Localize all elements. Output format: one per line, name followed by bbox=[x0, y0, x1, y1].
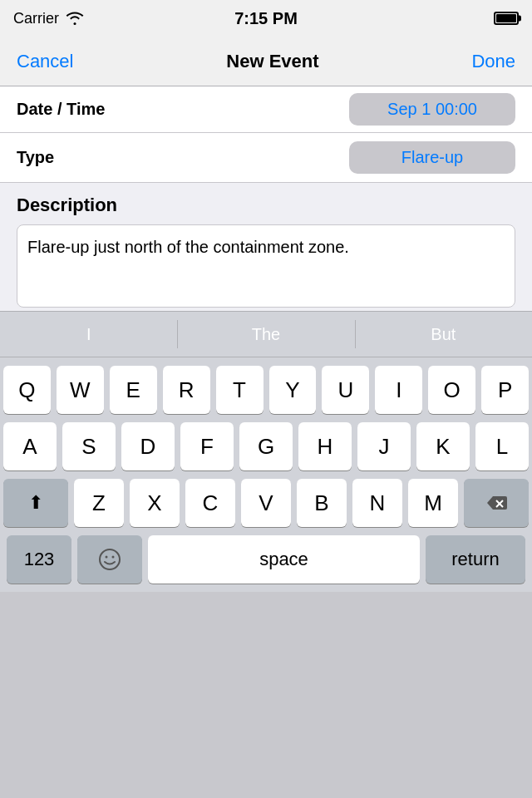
svg-point-4 bbox=[112, 556, 115, 559]
space-key[interactable]: space bbox=[148, 535, 420, 584]
shift-key[interactable]: ⬆ bbox=[3, 479, 68, 527]
keyboard-row-1: Q W E R T Y U I O P bbox=[3, 366, 529, 414]
autocomplete-item-3[interactable]: But bbox=[355, 312, 532, 357]
key-s[interactable]: S bbox=[62, 422, 116, 470]
key-z[interactable]: Z bbox=[74, 479, 124, 527]
key-w[interactable]: W bbox=[57, 366, 104, 414]
key-k[interactable]: K bbox=[416, 422, 470, 470]
key-o[interactable]: O bbox=[428, 366, 475, 414]
key-c[interactable]: C bbox=[185, 479, 235, 527]
description-textarea[interactable]: Flare-up just north of the containment z… bbox=[17, 224, 515, 308]
battery-area bbox=[494, 12, 519, 25]
carrier-wifi: Carrier bbox=[13, 10, 84, 27]
emoji-icon bbox=[98, 548, 121, 571]
type-label: Type bbox=[17, 148, 116, 167]
svg-point-3 bbox=[106, 556, 108, 559]
type-value-button[interactable]: Flare-up bbox=[349, 141, 515, 174]
key-n[interactable]: N bbox=[352, 479, 402, 527]
battery-fill bbox=[496, 14, 516, 22]
keyboard-row-3: ⬆ Z X C V B N M bbox=[3, 479, 529, 527]
key-d[interactable]: D bbox=[121, 422, 175, 470]
type-row: Type Flare-up bbox=[0, 133, 532, 183]
key-h[interactable]: H bbox=[298, 422, 352, 470]
keyboard-row-4: 123 space return bbox=[3, 535, 529, 584]
key-y[interactable]: Y bbox=[269, 366, 317, 414]
key-m[interactable]: M bbox=[408, 479, 458, 527]
key-i[interactable]: I bbox=[375, 366, 422, 414]
key-l[interactable]: L bbox=[475, 422, 529, 470]
key-v[interactable]: V bbox=[241, 479, 291, 527]
done-button[interactable]: Done bbox=[471, 51, 515, 72]
autocomplete-item-1[interactable]: I bbox=[0, 312, 177, 357]
status-bar: Carrier 7:15 PM bbox=[0, 0, 532, 37]
delete-icon bbox=[485, 495, 507, 511]
wifi-icon bbox=[66, 12, 84, 25]
description-label: Description bbox=[17, 195, 515, 216]
key-g[interactable]: G bbox=[239, 422, 293, 470]
page-title: New Event bbox=[226, 51, 318, 72]
key-x[interactable]: X bbox=[130, 479, 180, 527]
key-j[interactable]: J bbox=[357, 422, 411, 470]
datetime-value-button[interactable]: Sep 1 00:00 bbox=[349, 93, 515, 126]
autocomplete-item-2[interactable]: The bbox=[177, 312, 354, 357]
datetime-row: Date / Time Sep 1 00:00 bbox=[0, 86, 532, 133]
key-e[interactable]: E bbox=[110, 366, 157, 414]
return-key[interactable]: return bbox=[426, 535, 525, 584]
svg-point-2 bbox=[100, 549, 120, 569]
description-section: Description Flare-up just north of the c… bbox=[0, 183, 532, 311]
key-a[interactable]: A bbox=[3, 422, 57, 470]
carrier-label: Carrier bbox=[13, 10, 59, 27]
keyboard-row-2: A S D F G H J K L bbox=[3, 422, 529, 470]
key-p[interactable]: P bbox=[481, 366, 529, 414]
battery-icon bbox=[494, 12, 519, 25]
cancel-button[interactable]: Cancel bbox=[17, 51, 73, 72]
key-q[interactable]: Q bbox=[3, 366, 51, 414]
datetime-label: Date / Time bbox=[17, 100, 116, 119]
status-time: 7:15 PM bbox=[234, 9, 298, 28]
key-f[interactable]: F bbox=[180, 422, 234, 470]
nav-bar: Cancel New Event Done bbox=[0, 37, 532, 86]
emoji-key[interactable] bbox=[77, 535, 142, 584]
autocomplete-bar: I The But bbox=[0, 311, 532, 357]
key-b[interactable]: B bbox=[297, 479, 347, 527]
key-r[interactable]: R bbox=[163, 366, 210, 414]
form-area: Date / Time Sep 1 00:00 Type Flare-up De… bbox=[0, 86, 532, 311]
keyboard: Q W E R T Y U I O P A S D F G H J K L ⬆ … bbox=[0, 357, 532, 592]
key-t[interactable]: T bbox=[216, 366, 264, 414]
key-u[interactable]: U bbox=[322, 366, 369, 414]
numbers-key[interactable]: 123 bbox=[7, 535, 71, 584]
delete-key[interactable] bbox=[464, 479, 529, 527]
